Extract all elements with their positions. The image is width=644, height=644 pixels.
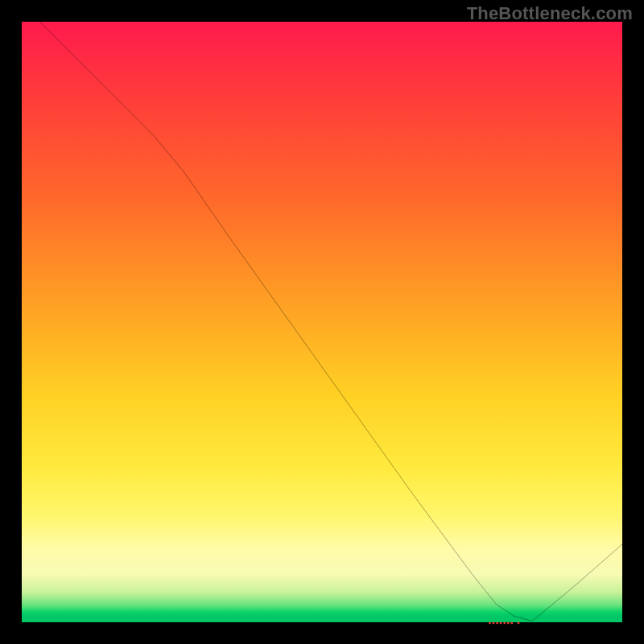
x-axis-highlight-marker: ▪▪▪▪▪▪▪ ▪ [489, 618, 521, 627]
plot-area: ▪▪▪▪▪▪▪ ▪ [22, 22, 622, 622]
chart-frame: TheBottleneck.com ▪▪▪▪▪▪▪ ▪ [0, 0, 644, 644]
line-curve [22, 22, 622, 622]
